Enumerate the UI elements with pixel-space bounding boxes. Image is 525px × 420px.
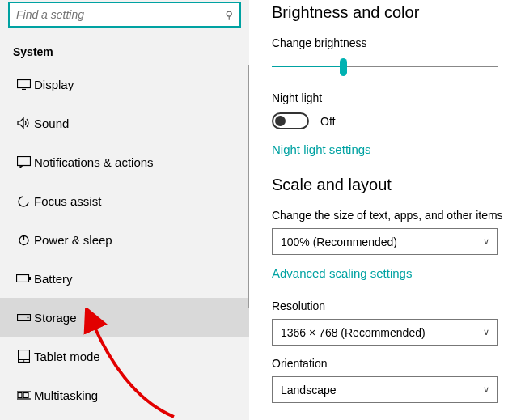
- search-box[interactable]: ⚲: [8, 2, 241, 28]
- sidebar-item-battery[interactable]: Battery: [0, 259, 249, 298]
- svg-point-11: [23, 360, 24, 362]
- category-label: System: [0, 28, 249, 65]
- sound-icon: [13, 117, 34, 129]
- chevron-down-icon: ∨: [483, 384, 489, 395]
- sidebar: ⚲ System Display Sound Notifications & a…: [0, 0, 249, 420]
- sidebar-item-label: Focus assist: [34, 194, 101, 208]
- resolution-label: Resolution: [272, 299, 509, 312]
- main-panel: Brightness and color Change brightness N…: [249, 0, 525, 420]
- notifications-icon: [13, 156, 34, 168]
- sidebar-item-tablet-mode[interactable]: Tablet mode: [0, 337, 249, 375]
- power-icon: [13, 234, 34, 246]
- display-icon: [13, 79, 34, 90]
- sidebar-item-display[interactable]: Display: [0, 65, 249, 104]
- brightness-slider[interactable]: [272, 57, 498, 77]
- sidebar-item-label: Power & sleep: [34, 233, 112, 247]
- brightness-heading: Brightness and color: [272, 3, 509, 22]
- sidebar-item-label: Tablet mode: [34, 350, 100, 363]
- battery-icon: [13, 274, 34, 282]
- resolution-dropdown[interactable]: 1366 × 768 (Recommended) ∨: [272, 319, 498, 346]
- night-light-toggle[interactable]: [272, 112, 309, 129]
- scale-label: Change the size of text, apps, and other…: [272, 209, 509, 222]
- orientation-dropdown[interactable]: Landscape ∨: [272, 376, 498, 403]
- sidebar-item-label: Storage: [34, 311, 77, 325]
- night-light-state: Off: [320, 115, 335, 128]
- focus-assist-icon: [13, 195, 34, 207]
- orientation-value: Landscape: [281, 384, 337, 397]
- svg-rect-5: [17, 275, 29, 282]
- sidebar-item-storage[interactable]: Storage: [0, 298, 249, 337]
- sidebar-item-label: Sound: [34, 117, 69, 130]
- sidebar-item-label: Notifications & actions: [34, 155, 154, 169]
- svg-rect-14: [18, 392, 22, 397]
- sidebar-item-multitasking[interactable]: Multitasking: [0, 375, 249, 414]
- sidebar-item-notifications[interactable]: Notifications & actions: [0, 142, 249, 181]
- night-light-label: Night light: [272, 91, 509, 104]
- svg-rect-0: [17, 79, 30, 87]
- svg-rect-15: [23, 392, 28, 397]
- chevron-down-icon: ∨: [483, 236, 489, 247]
- resolution-value: 1366 × 768 (Recommended): [281, 326, 426, 339]
- sidebar-scrollbar[interactable]: [248, 65, 249, 308]
- brightness-label: Change brightness: [272, 36, 509, 49]
- scale-dropdown[interactable]: 100% (Recommended) ∨: [272, 228, 498, 255]
- sidebar-item-focus-assist[interactable]: Focus assist: [0, 181, 249, 220]
- search-input[interactable]: [16, 8, 225, 21]
- sidebar-item-label: Multitasking: [34, 388, 98, 402]
- scale-heading: Scale and layout: [272, 176, 509, 194]
- svg-rect-2: [17, 157, 30, 166]
- orientation-label: Orientation: [272, 357, 509, 370]
- sidebar-item-label: Battery: [34, 272, 73, 286]
- svg-rect-6: [29, 277, 31, 280]
- svg-point-8: [27, 316, 28, 318]
- chevron-down-icon: ∨: [483, 327, 489, 337]
- sidebar-item-sound[interactable]: Sound: [0, 104, 249, 142]
- storage-icon: [13, 314, 34, 321]
- night-light-settings-link[interactable]: Night light settings: [272, 142, 509, 156]
- advanced-scaling-link[interactable]: Advanced scaling settings: [272, 266, 509, 280]
- sidebar-item-power-sleep[interactable]: Power & sleep: [0, 220, 249, 259]
- slider-thumb[interactable]: [340, 58, 347, 76]
- scale-value: 100% (Recommended): [281, 235, 397, 248]
- sidebar-item-label: Display: [34, 78, 74, 91]
- multitasking-icon: [13, 390, 34, 401]
- tablet-icon: [13, 350, 34, 363]
- search-icon: ⚲: [225, 9, 233, 21]
